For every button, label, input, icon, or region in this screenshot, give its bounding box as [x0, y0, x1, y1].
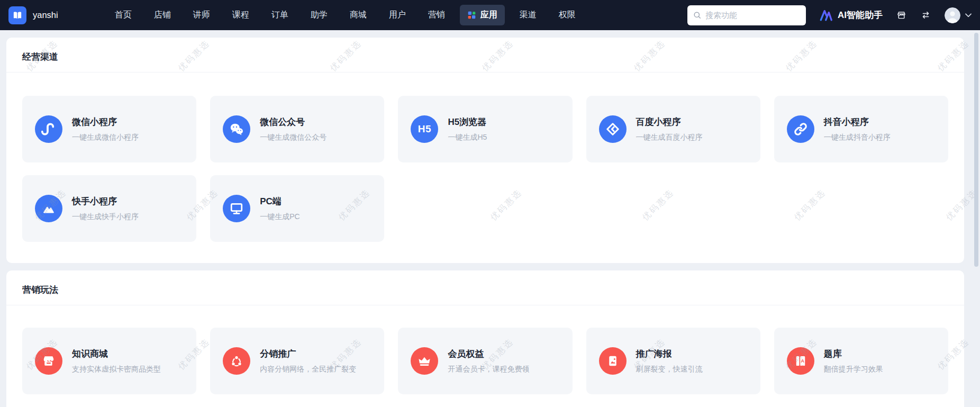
poster-image-icon [599, 347, 627, 375]
nav-item-order[interactable]: 订单 [260, 5, 300, 25]
store-icon [896, 10, 907, 21]
search-icon [693, 11, 702, 20]
swap-arrows-icon [920, 10, 931, 21]
douyin-miniprogram-icon [787, 115, 814, 143]
card-douyin-miniprogram[interactable]: 抖音小程序 一键生成抖音小程序 [774, 96, 948, 162]
card-subtitle: 刷屏裂变，快速引流 [636, 365, 703, 374]
card-subtitle: 一键生成H5 [448, 133, 487, 142]
brand-logo[interactable] [8, 6, 26, 24]
card-question-bank[interactable]: A 题库 翻倍提升学习效果 [774, 328, 948, 394]
card-text: 知识商城 支持实体虚拟卡密商品类型 [72, 348, 161, 374]
card-subtitle: 一键生成PC [260, 212, 300, 222]
nav-item-marketing[interactable]: 营销 [417, 5, 456, 25]
card-knowledge-mall[interactable]: 知识商城 支持实体虚拟卡密商品类型 [22, 328, 196, 394]
card-text: PC端 一键生成PC [260, 195, 300, 222]
nav-item-course[interactable]: 课程 [221, 5, 260, 25]
panel-header: 营销玩法 [6, 270, 964, 305]
book-icon [12, 10, 23, 21]
card-text: 会员权益 开通会员卡，课程免费领 [448, 348, 529, 374]
card-kuaishou-miniprogram[interactable]: 快手小程序 一键生成快手小程序 [22, 175, 196, 242]
card-subtitle: 支持实体虚拟卡密商品类型 [72, 365, 161, 374]
card-subtitle: 内容分销网络，全民推广裂变 [260, 365, 356, 374]
card-title: 微信公众号 [260, 116, 326, 128]
nav-item-lecturer[interactable]: 讲师 [182, 5, 221, 25]
card-title: 抖音小程序 [824, 116, 891, 128]
main-content: 经营渠道 微信小程序 一键生成微信小程序 [0, 30, 980, 407]
card-subtitle: 一键生成快手小程序 [72, 212, 139, 222]
card-title: 推广海报 [636, 348, 703, 360]
nav-item-channel[interactable]: 渠道 [509, 5, 548, 25]
panel-marketing: 营销玩法 知识商城 支持实体虚拟卡密商品类型 [6, 270, 964, 407]
card-subtitle: 一键生成抖音小程序 [824, 133, 891, 142]
h5-glyph: H5 [418, 123, 431, 135]
ai-assistant-button[interactable]: AI智能助手 [819, 8, 883, 22]
search-input[interactable] [705, 11, 801, 20]
swap-button[interactable] [920, 10, 931, 21]
scrollbar[interactable] [974, 33, 978, 267]
card-h5-browser[interactable]: H5 H5浏览器 一键生成H5 [398, 96, 572, 162]
distribution-share-icon [223, 347, 250, 375]
card-text: H5浏览器 一键生成H5 [448, 116, 487, 142]
apps-grid-icon [467, 11, 476, 20]
avatar [945, 7, 960, 23]
nav-item-apps-label: 应用 [480, 10, 497, 21]
card-text: 题库 翻倍提升学习效果 [824, 348, 883, 374]
question-bank-book-icon: A [787, 347, 814, 375]
membership-crown-icon [411, 347, 438, 375]
card-subtitle: 一键生成微信公众号 [260, 133, 326, 142]
section-title: 经营渠道 [22, 52, 58, 62]
marketing-card-grid: 知识商城 支持实体虚拟卡密商品类型 分销推广 内容分销网络，全民推广裂变 [6, 305, 964, 407]
card-text: 微信公众号 一键生成微信公众号 [260, 116, 326, 142]
card-baidu-miniprogram[interactable]: 百度小程序 一键生成百度小程序 [586, 96, 760, 162]
card-title: 微信小程序 [72, 116, 139, 128]
ai-assistant-label: AI智能助手 [838, 9, 883, 21]
card-title: 知识商城 [72, 348, 161, 360]
svg-text:A: A [801, 358, 804, 364]
card-title: 分销推广 [260, 348, 356, 360]
top-navbar: yanshi 首页 店铺 讲师 课程 订单 助学 商城 用户 营销 应用 渠道 … [0, 0, 980, 30]
panel-header: 经营渠道 [6, 38, 964, 73]
nav-item-user[interactable]: 用户 [378, 5, 417, 25]
card-title: 会员权益 [448, 348, 529, 360]
panel-business-channels: 经营渠道 微信小程序 一键生成微信小程序 [6, 38, 964, 263]
kuaishou-miniprogram-icon [35, 195, 62, 222]
knowledge-mall-icon [35, 347, 62, 375]
h5-icon: H5 [411, 115, 438, 143]
store-button[interactable] [896, 10, 907, 21]
card-title: 百度小程序 [636, 116, 703, 128]
card-poster[interactable]: 推广海报 刷屏裂变，快速引流 [586, 328, 760, 394]
card-text: 快手小程序 一键生成快手小程序 [72, 195, 139, 222]
brand-name: yanshi [33, 10, 58, 20]
card-pc[interactable]: PC端 一键生成PC [210, 175, 384, 242]
card-text: 分销推广 内容分销网络，全民推广裂变 [260, 348, 356, 374]
card-subtitle: 开通会员卡，课程免费领 [448, 365, 529, 374]
card-subtitle: 翻倍提升学习效果 [824, 365, 883, 374]
card-membership[interactable]: 会员权益 开通会员卡，课程免费领 [398, 328, 572, 394]
nav-item-shop[interactable]: 店铺 [143, 5, 182, 25]
nav-menu: 首页 店铺 讲师 课程 订单 助学 商城 用户 营销 应用 渠道 权限 [104, 5, 587, 25]
channel-card-grid: 微信小程序 一键生成微信小程序 微信公众号 一键生成微信公众号 H5 [6, 73, 964, 263]
card-subtitle: 一键生成百度小程序 [636, 133, 703, 142]
card-title: 题库 [824, 348, 883, 360]
nav-item-home[interactable]: 首页 [104, 5, 143, 25]
wechat-miniprogram-icon [35, 115, 62, 143]
nav-item-apps-active[interactable]: 应用 [460, 5, 505, 25]
nav-item-mall[interactable]: 商城 [339, 5, 378, 25]
card-wechat-miniprogram[interactable]: 微信小程序 一键生成微信小程序 [22, 96, 196, 162]
card-wechat-official-account[interactable]: 微信公众号 一键生成微信公众号 [210, 96, 384, 162]
card-title: H5浏览器 [448, 116, 487, 128]
app-screen: yanshi 首页 店铺 讲师 课程 订单 助学 商城 用户 营销 应用 渠道 … [0, 0, 980, 407]
nav-item-permission[interactable]: 权限 [548, 5, 587, 25]
user-menu[interactable] [945, 7, 972, 23]
card-text: 推广海报 刷屏裂变，快速引流 [636, 348, 703, 374]
navbar-right: AI智能助手 [687, 5, 972, 25]
card-title: PC端 [260, 195, 300, 207]
baidu-miniprogram-icon [599, 115, 627, 143]
nav-item-study[interactable]: 助学 [300, 5, 339, 25]
pc-monitor-icon [223, 195, 250, 222]
card-text: 抖音小程序 一键生成抖音小程序 [824, 116, 891, 142]
card-text: 百度小程序 一键生成百度小程序 [636, 116, 703, 142]
card-distribution[interactable]: 分销推广 内容分销网络，全民推广裂变 [210, 328, 384, 394]
chevron-down-icon [965, 13, 972, 17]
card-subtitle: 一键生成微信小程序 [72, 133, 139, 142]
